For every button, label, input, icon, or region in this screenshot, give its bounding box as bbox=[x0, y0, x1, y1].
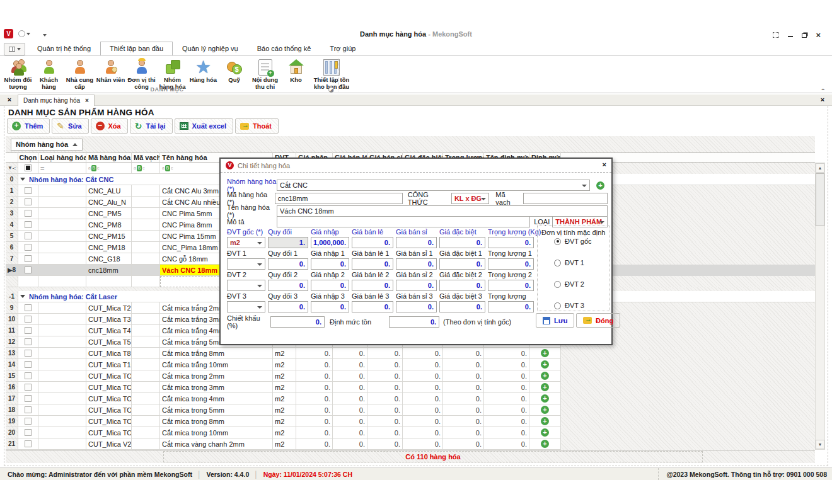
unit-input[interactable]: 0. bbox=[311, 280, 349, 291]
unit-input[interactable]: 0. bbox=[268, 258, 308, 270]
row-checkbox[interactable] bbox=[25, 327, 32, 334]
row-checkbox[interactable] bbox=[25, 210, 32, 217]
scroll-up-icon[interactable]: ▲ bbox=[816, 163, 824, 173]
row-checkbox[interactable] bbox=[25, 372, 32, 379]
add-norm-icon[interactable]: + bbox=[541, 440, 549, 448]
close-all-tabs-icon[interactable]: × bbox=[5, 96, 14, 105]
fullscreen-button[interactable] bbox=[773, 32, 779, 38]
unit-input[interactable]: 0. bbox=[311, 301, 349, 312]
barcode-input[interactable] bbox=[523, 193, 608, 204]
close-button[interactable]: × bbox=[816, 30, 821, 40]
group-by-chip[interactable]: Nhóm hàng hóa bbox=[11, 139, 83, 151]
row-checkbox[interactable] bbox=[25, 266, 32, 273]
filter-cell-Chọn[interactable] bbox=[18, 163, 38, 174]
add-norm-icon[interactable]: + bbox=[541, 406, 549, 414]
table-row[interactable]: 15CUT_Mica TO2Cắt mica trong 2mmm20.0.0.… bbox=[6, 370, 815, 382]
formula-select[interactable]: KL x ĐG bbox=[451, 193, 489, 204]
ribbon-tab-báo-cáo-thống-kê[interactable]: Báo cáo thống kê bbox=[248, 42, 321, 55]
table-row[interactable]: 20CUT_Mica TO...Cắt mica trong 10mmm20.0… bbox=[6, 427, 815, 438]
ribbon-collapse-icon[interactable]: ⌃ bbox=[821, 88, 826, 94]
save-button[interactable]: Lưu bbox=[536, 313, 574, 328]
column-header-Mã hàng hóa[interactable]: Mã hàng hóa bbox=[86, 152, 132, 163]
filter-cell-Mã hàng hóa[interactable]: aBc bbox=[86, 163, 132, 174]
column-header-Chọn[interactable]: Chọn bbox=[18, 152, 38, 163]
collapse-icon[interactable] bbox=[20, 178, 25, 181]
row-checkbox[interactable] bbox=[25, 187, 32, 194]
unit-input[interactable]: 0. bbox=[396, 280, 437, 291]
add-norm-icon[interactable]: + bbox=[541, 383, 549, 391]
unit-input[interactable]: 0. bbox=[396, 301, 437, 312]
add-norm-icon[interactable]: + bbox=[541, 417, 549, 425]
discount-input[interactable]: 0. bbox=[270, 316, 325, 328]
name-field-input[interactable]: Vách CNC 18mm bbox=[277, 205, 608, 217]
add-norm-icon[interactable]: + bbox=[541, 360, 549, 369]
window-menu-button[interactable] bbox=[4, 43, 25, 55]
unit-input[interactable]: 0. bbox=[396, 258, 437, 270]
tabstrip-close-icon[interactable]: × bbox=[818, 96, 827, 105]
collapse-icon[interactable] bbox=[20, 295, 25, 298]
unit-input[interactable]: 0. bbox=[352, 301, 393, 312]
delete-button[interactable]: −Xóa bbox=[91, 118, 128, 134]
code-field-input[interactable]: cnc18mm bbox=[275, 193, 403, 204]
add-norm-icon[interactable]: + bbox=[541, 349, 549, 357]
unit-input[interactable]: 0. bbox=[352, 237, 393, 248]
row-checkbox[interactable] bbox=[25, 418, 32, 425]
close-dialog-button[interactable]: Đóng bbox=[576, 313, 620, 328]
minimize-button[interactable] bbox=[788, 32, 793, 39]
unit-input[interactable]: 0. bbox=[268, 280, 308, 291]
unit-input[interactable]: 1. bbox=[268, 237, 308, 248]
unit-select-3[interactable] bbox=[227, 301, 265, 312]
unit-input[interactable]: 0. bbox=[488, 301, 534, 312]
unit-select-1[interactable] bbox=[227, 258, 265, 270]
add-norm-icon[interactable]: + bbox=[541, 372, 549, 380]
qat-button[interactable] bbox=[18, 30, 30, 37]
radio-đvt-1[interactable]: ĐVT 1 bbox=[554, 259, 584, 266]
column-header-Mã vạch[interactable]: Mã vạch bbox=[132, 152, 160, 163]
table-row[interactable]: 19CUT_Mica TO8Cắt mica trong 8mmm20.0.0.… bbox=[6, 416, 815, 427]
unit-input[interactable]: 0. bbox=[396, 237, 437, 248]
unit-input[interactable]: 0. bbox=[352, 280, 393, 291]
add-norm-icon[interactable]: + bbox=[541, 394, 549, 403]
row-checkbox[interactable] bbox=[25, 406, 32, 413]
table-row[interactable]: 18CUT_Mica TO5Cắt mica trong 5mmm20.0.0.… bbox=[6, 404, 815, 416]
row-checkbox[interactable] bbox=[25, 304, 32, 311]
group-field-select[interactable]: Cắt CNC bbox=[277, 180, 590, 191]
description-input[interactable] bbox=[277, 216, 530, 227]
unit-input[interactable]: 0. bbox=[439, 258, 485, 270]
unit-input[interactable]: 0. bbox=[311, 258, 349, 270]
table-row[interactable]: 14CUT_Mica T10Cắt mica trắng 10mmm20.0.0… bbox=[6, 359, 815, 370]
filter-cell-Mã vạch[interactable]: aBc bbox=[132, 163, 160, 174]
table-row[interactable]: 16CUT_Mica TO3Cắt mica trong 3mmm20.0.0.… bbox=[6, 382, 815, 393]
table-row[interactable]: 21CUT_Mica V2Cắt mica vàng chanh 2mmm20.… bbox=[6, 438, 815, 450]
column-header-Loại hàng hóa[interactable]: Loại hàng hóa bbox=[38, 152, 86, 163]
radio-đvt-3[interactable]: ĐVT 3 bbox=[554, 302, 584, 309]
group-dialog-launcher-icon[interactable]: ◢ bbox=[328, 87, 334, 93]
unit-select-2[interactable] bbox=[227, 280, 265, 291]
unit-input[interactable]: 0. bbox=[268, 301, 308, 312]
reload-button[interactable]: ↻Tải lại bbox=[130, 118, 173, 134]
restore-button[interactable] bbox=[802, 32, 807, 39]
row-checkbox[interactable] bbox=[25, 395, 32, 402]
unit-input[interactable]: 0. bbox=[488, 280, 534, 291]
row-checkbox[interactable] bbox=[25, 232, 32, 239]
unit-select-0[interactable]: m2 bbox=[227, 237, 265, 248]
dialog-close-icon[interactable]: × bbox=[603, 161, 606, 168]
exit-button[interactable]: Thoát bbox=[235, 118, 279, 134]
unit-input[interactable]: 0. bbox=[439, 301, 485, 312]
row-checkbox[interactable] bbox=[25, 221, 32, 228]
row-checkbox[interactable] bbox=[25, 198, 32, 205]
edit-button[interactable]: ✎Sửa bbox=[52, 118, 88, 134]
scroll-down-icon[interactable]: ▼ bbox=[816, 440, 824, 449]
filter-cell-Loại hàng hóa[interactable]: = bbox=[38, 163, 86, 174]
add-norm-icon[interactable]: + bbox=[541, 428, 549, 437]
row-checkbox[interactable] bbox=[25, 255, 32, 262]
row-checkbox[interactable] bbox=[25, 338, 32, 345]
row-checkbox[interactable] bbox=[25, 350, 32, 357]
ribbon-tab-quản-trị-hệ-thống[interactable]: Quản trị hệ thống bbox=[28, 42, 100, 55]
table-row[interactable]: 17CUT_Mica TO4Cắt mica trong 4mmm20.0.0.… bbox=[6, 393, 815, 404]
add-button[interactable]: +Thêm bbox=[7, 118, 50, 134]
filter-checkbox[interactable] bbox=[25, 164, 32, 171]
dialog-header[interactable]: V Chi tiết hàng hóa bbox=[221, 159, 611, 173]
scrollbar-thumb[interactable] bbox=[816, 173, 824, 226]
qat-customize-button[interactable] bbox=[43, 30, 47, 38]
